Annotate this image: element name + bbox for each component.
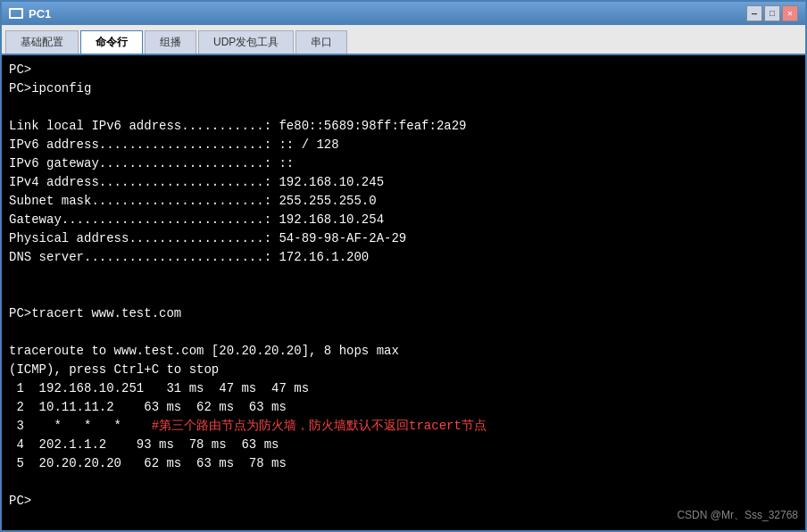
terminal-line	[9, 267, 798, 286]
terminal-line: (ICMP), press Ctrl+C to stop	[9, 361, 798, 379]
close-button[interactable]: ✕	[782, 5, 798, 21]
terminal-line: Link local IPv6 address...........: fe80…	[9, 117, 798, 136]
window-title: PC1	[29, 7, 51, 21]
restore-button[interactable]: □	[764, 5, 780, 21]
terminal-line: PC>	[9, 61, 798, 79]
terminal-line: Subnet mask.......................: 255.…	[9, 192, 798, 211]
terminal-area[interactable]: PC>PC>ipconfig Link local IPv6 address..…	[2, 55, 805, 530]
tab-multicast[interactable]: 组播	[145, 30, 196, 54]
terminal-line: Gateway...........................: 192.…	[9, 211, 798, 229]
tab-bar: 基础配置 命令行 组播 UDP发包工具 串口	[2, 25, 805, 55]
terminal-line: IPv4 address......................: 192.…	[9, 173, 798, 192]
terminal-line: 3 * * * #第三个路由节点为防火墙，防火墙默认不返回tracert节点	[9, 417, 798, 436]
tab-serial[interactable]: 串口	[295, 30, 347, 54]
terminal-line: 1 192.168.10.251 31 ms 47 ms 47 ms	[9, 379, 798, 398]
tab-basic[interactable]: 基础配置	[5, 30, 79, 54]
terminal-line: 5 20.20.20.20 62 ms 63 ms 78 ms	[9, 454, 798, 473]
terminal-line	[9, 98, 798, 117]
terminal-line: Physical address..................: 54-8…	[9, 229, 798, 248]
terminal-line: IPv6 address......................: :: /…	[9, 136, 798, 154]
watermark: CSDN @Mr、Sss_32768	[677, 507, 798, 523]
monitor-icon	[9, 8, 23, 19]
tab-udp[interactable]: UDP发包工具	[198, 30, 294, 54]
main-window: PC1 — □ ✕ 基础配置 命令行 组播 UDP发包工具 串口 PC>PC>i…	[0, 0, 807, 532]
terminal-line: 4 202.1.1.2 93 ms 78 ms 63 ms	[9, 436, 798, 454]
terminal-line: IPv6 gateway......................: ::	[9, 154, 798, 173]
terminal-line: PC>tracert www.test.com	[9, 304, 798, 323]
tab-cmdline[interactable]: 命令行	[80, 30, 143, 54]
terminal-line: DNS server........................: 172.…	[9, 248, 798, 267]
title-bar-controls: — □ ✕	[746, 5, 798, 21]
terminal-line	[9, 286, 798, 304]
terminal-line	[9, 473, 798, 492]
title-bar-text: PC1	[9, 7, 746, 21]
terminal-line: 2 10.11.11.2 63 ms 62 ms 63 ms	[9, 398, 798, 417]
terminal-line: traceroute to www.test.com [20.20.20.20]…	[9, 342, 798, 361]
terminal-line	[9, 323, 798, 342]
minimize-button[interactable]: —	[746, 5, 762, 21]
terminal-line: PC>ipconfig	[9, 79, 798, 98]
title-bar: PC1 — □ ✕	[2, 2, 805, 25]
